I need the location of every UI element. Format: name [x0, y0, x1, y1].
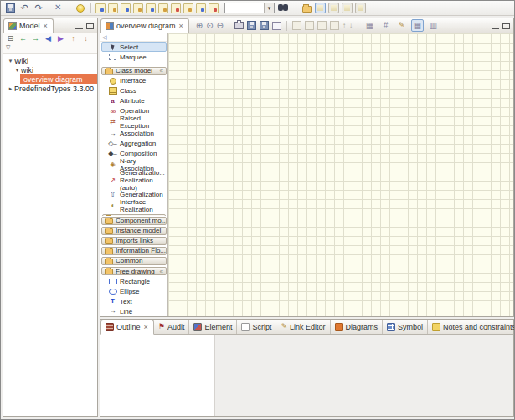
expand-icon[interactable]: ▾	[7, 58, 14, 64]
zoom-out-button[interactable]: ⊖	[217, 22, 224, 30]
palette-item-ellipse[interactable]: Ellipse	[101, 286, 167, 296]
show-rulers-button[interactable]: ▥	[427, 19, 440, 32]
palette-item-class[interactable]: Class	[101, 86, 167, 96]
drawer-pin-icon[interactable]: «	[160, 67, 163, 74]
tab-notes-and-constraints[interactable]: Notes and constraints	[428, 320, 515, 334]
tree-row-predefined-types[interactable]: ▸ PredefinedTypes 3.3.00	[3, 84, 97, 93]
tip-of-day-button[interactable]	[75, 3, 86, 14]
search-button[interactable]	[277, 3, 289, 14]
maximize-icon[interactable]	[502, 23, 510, 29]
print-button[interactable]	[234, 22, 244, 29]
palette-item-attribute[interactable]: a Attribute	[101, 96, 167, 106]
create-diagram-button-6[interactable]	[158, 3, 168, 13]
tree-row-overview-diagram[interactable]: overview diagram	[20, 74, 97, 84]
diagram-canvas[interactable]	[168, 33, 513, 316]
palette-item-rectangle[interactable]: Rectangle	[101, 276, 167, 286]
fit-to-window-button[interactable]	[272, 22, 281, 30]
palette-item-line[interactable]: → Line	[101, 306, 167, 316]
drawer-common[interactable]: Common	[101, 257, 167, 265]
maximize-icon[interactable]	[86, 23, 94, 29]
move-front-button[interactable]: ↑	[342, 22, 346, 29]
create-diagram-button-8[interactable]	[183, 3, 193, 13]
snap-button[interactable]: #	[379, 19, 392, 32]
save-button[interactable]	[4, 3, 16, 14]
tab-element[interactable]: Element	[189, 320, 237, 334]
palette-tool-marquee[interactable]: Marquee	[101, 52, 167, 62]
tab-audit[interactable]: ⚑ Audit	[154, 320, 190, 334]
create-diagram-button-3[interactable]	[121, 3, 131, 13]
move-down-button[interactable]: ↓	[81, 35, 90, 43]
distribute-button[interactable]	[330, 21, 339, 30]
palette-item-raised-exception[interactable]: ⇄ Raised Exception	[101, 116, 167, 129]
drawer-free-drawing[interactable]: Free drawing «	[101, 267, 167, 275]
move-up-button[interactable]: ↑	[69, 35, 78, 43]
create-diagram-button-10[interactable]	[209, 3, 219, 13]
navigate-forward-button[interactable]: →	[31, 35, 40, 43]
tab-overview-diagram[interactable]: overview diagram ×	[100, 18, 189, 33]
perspective-modeling-button[interactable]	[315, 3, 326, 13]
minimize-icon[interactable]	[492, 23, 499, 29]
palette-tool-select[interactable]: Select	[101, 42, 167, 52]
close-icon[interactable]: ×	[178, 22, 184, 30]
save-diagram-button[interactable]	[247, 21, 256, 30]
palette-collapse-button[interactable]: ◁	[100, 33, 167, 42]
move-back-button[interactable]: ↓	[349, 22, 353, 29]
create-diagram-button-7[interactable]	[171, 3, 181, 13]
tree-row-wiki-package[interactable]: ▾ wiki	[3, 65, 97, 74]
palette-item-interface-realization[interactable]: ◖ Interface Realization	[101, 200, 167, 213]
close-icon[interactable]: ×	[143, 323, 149, 331]
create-diagram-button-4[interactable]	[133, 3, 143, 13]
drawer-pin-icon[interactable]: «	[160, 268, 163, 275]
create-diagram-button-1[interactable]	[95, 3, 106, 13]
create-diagram-button-2[interactable]	[108, 3, 118, 13]
palette-item-aggregation[interactable]: ◇– Aggregation	[101, 139, 167, 149]
align-center-button[interactable]	[305, 21, 314, 30]
perspective-button-4[interactable]	[355, 3, 366, 13]
drawer-class-model[interactable]: Class model «	[101, 67, 167, 75]
tab-link-editor[interactable]: ✎ Link Editor	[276, 320, 330, 334]
create-diagram-button-9[interactable]	[196, 3, 206, 13]
previous-element-button[interactable]: ◀	[44, 35, 53, 43]
palette-item-text[interactable]: T Text	[101, 296, 167, 306]
palette-item-association[interactable]: → Association	[101, 129, 167, 139]
next-element-button[interactable]: ▶	[56, 35, 65, 43]
minimize-icon[interactable]	[75, 23, 83, 29]
tree-row-wiki-project[interactable]: ▾ Wiki	[3, 56, 97, 65]
perspective-button-2[interactable]	[328, 3, 339, 13]
attribute-icon: a	[108, 98, 117, 105]
navigate-back-button[interactable]: ←	[18, 35, 28, 43]
perspective-button-3[interactable]	[342, 3, 353, 13]
search-combo[interactable]: ▾	[224, 3, 275, 13]
close-icon[interactable]: ×	[43, 22, 49, 30]
drawer-imports-links[interactable]: Imports links	[101, 237, 167, 245]
palette-item-generalization-auto[interactable]: ↗ Generalizatio... Realization (auto)	[101, 172, 167, 190]
outline-view-content[interactable]	[100, 335, 215, 416]
zoom-in-button[interactable]: ⊕	[196, 22, 203, 30]
drawer-information-flows[interactable]: Information Flo...	[101, 247, 167, 255]
zoom-original-button[interactable]: ⊙	[206, 22, 213, 30]
expand-icon[interactable]: ▾	[13, 67, 21, 74]
page-grid-button[interactable]: ▦	[363, 19, 376, 32]
palette-item-interface[interactable]: Interface	[101, 76, 167, 86]
edit-style-button[interactable]: ✎	[395, 19, 408, 32]
align-right-button[interactable]	[317, 21, 327, 30]
configure-button[interactable]: ✕	[54, 3, 65, 14]
tab-diagrams[interactable]: Diagrams	[331, 320, 384, 334]
combo-dropdown-arrow-icon[interactable]: ▾	[264, 3, 274, 13]
show-grid-toggle[interactable]: ▦	[411, 19, 424, 32]
undo-button[interactable]: ↶	[18, 3, 30, 14]
redo-button[interactable]: ↷	[33, 3, 44, 14]
tab-script[interactable]: Script	[237, 320, 276, 334]
tab-model[interactable]: Model ×	[3, 18, 54, 33]
create-diagram-button-5[interactable]	[146, 3, 156, 13]
open-perspective-button[interactable]	[301, 3, 312, 14]
tab-outline[interactable]: Outline ×	[100, 320, 154, 335]
collapse-all-button[interactable]: ⊟	[6, 35, 15, 43]
drawer-instance-model[interactable]: Instance model	[101, 227, 167, 235]
tab-symbol[interactable]: Symbol	[383, 320, 428, 334]
drawer-component-model[interactable]: Component mo...	[101, 217, 167, 225]
align-left-button[interactable]	[292, 21, 301, 30]
save-image-button[interactable]	[260, 21, 269, 30]
collapse-icon[interactable]: ▸	[7, 85, 14, 92]
view-menu-button[interactable]: ▽	[3, 44, 97, 54]
